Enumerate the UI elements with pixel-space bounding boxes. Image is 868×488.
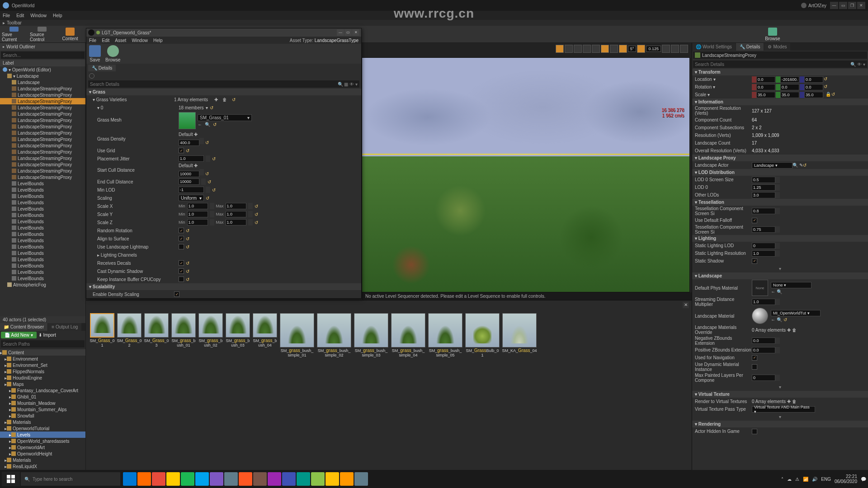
menu-file[interactable]: File: [3, 13, 10, 18]
category-header[interactable]: ▾ Rendering: [692, 421, 868, 427]
fmenu-window[interactable]: Window: [132, 38, 148, 43]
source-control-button[interactable]: Source Control: [30, 27, 54, 42]
start-cull-input[interactable]: [179, 171, 199, 177]
taskbar-app-icon[interactable]: [297, 472, 310, 486]
folder-row[interactable]: ▸OpenworldArt: [0, 444, 85, 450]
perspective-button[interactable]: [556, 45, 564, 53]
category-header[interactable]: ▾ LOD Distribution: [692, 169, 868, 176]
tree-row[interactable]: ▾ OpenWorld (Editor): [0, 66, 85, 73]
folder-row[interactable]: ▸Environment: [0, 356, 85, 362]
category-header[interactable]: ▾ Landscape: [692, 272, 868, 279]
folder-row[interactable]: ▸OpenWorld_sharedassets: [0, 438, 85, 444]
tree-row[interactable]: LandscapeStreamingProxy: [0, 98, 85, 104]
fmenu-file[interactable]: File: [89, 38, 96, 43]
folder-tree[interactable]: ▸Content▸Environment▸Environment_Set▸Fli…: [0, 348, 85, 488]
tree-row[interactable]: LandscapeStreamingProxy: [0, 104, 85, 111]
align-checkbox[interactable]: ✓: [179, 236, 184, 241]
tree-row[interactable]: LandscapeStreamingProxy: [0, 130, 85, 136]
asset-item[interactable]: SM_grass_bush_04: [252, 313, 278, 478]
taskbar-app-icon[interactable]: [311, 472, 325, 486]
asset-item[interactable]: SM_Grass_01: [90, 313, 115, 478]
tree-row[interactable]: LevelBounds: [0, 187, 85, 193]
tray-lang[interactable]: ENG: [821, 477, 831, 482]
snap-scale[interactable]: 0.125: [646, 46, 661, 52]
folder-row[interactable]: ▸Mountain_Summer_Alps: [0, 406, 85, 413]
lock-icon[interactable]: [89, 73, 94, 79]
asset-item[interactable]: SM_GrassBulb_01: [465, 313, 500, 478]
tree-row[interactable]: ▾ Landscape: [0, 73, 85, 79]
vt-btn-7[interactable]: [610, 45, 618, 53]
outliner-search[interactable]: Search...: [1, 52, 85, 59]
vt-btn-2[interactable]: [565, 45, 573, 53]
category-header[interactable]: ▾ Information: [692, 99, 868, 105]
vt-btn-6[interactable]: [601, 45, 609, 53]
asset-item[interactable]: SM_grass_bush_simple_01: [279, 313, 315, 478]
folder-row[interactable]: ▸OpenworldTutorial: [0, 425, 85, 432]
tree-row[interactable]: LevelBounds: [0, 199, 85, 206]
tree-row[interactable]: LandscapeStreamingProxy: [0, 85, 85, 92]
vt-btn-5[interactable]: [592, 45, 600, 53]
maximize-viewport[interactable]: [680, 45, 688, 53]
taskbar-app-icon[interactable]: [282, 472, 296, 486]
snap-toggle[interactable]: [619, 45, 627, 53]
use-selected-icon[interactable]: ←: [198, 122, 202, 127]
notifications-icon[interactable]: 💬: [861, 477, 866, 482]
world-outliner-tab[interactable]: ▸World Outliner: [0, 43, 85, 51]
jitter-input[interactable]: [179, 155, 204, 162]
element-menu[interactable]: ▾: [206, 105, 208, 110]
tree-row[interactable]: LevelBounds: [0, 206, 85, 212]
tree-row[interactable]: LevelBounds: [0, 263, 85, 269]
vt-btn-4[interactable]: [583, 45, 591, 53]
tree-row[interactable]: LevelBounds: [0, 269, 85, 275]
tray-icon[interactable]: 📶: [803, 477, 808, 482]
folder-row[interactable]: ▸Mountain_Meadow: [0, 400, 85, 406]
camera-speed[interactable]: [662, 45, 670, 53]
asset-item[interactable]: SM_Grass_02: [117, 313, 142, 478]
menu-edit[interactable]: Edit: [16, 13, 24, 18]
vt-btn-3[interactable]: [574, 45, 582, 53]
start-button[interactable]: [2, 472, 20, 486]
world-settings-tab[interactable]: 🌐 World Settings: [692, 43, 736, 51]
folder-row[interactable]: ▸Environment_Set: [0, 362, 85, 368]
asset-item[interactable]: SM_grass_bush_simple_04: [391, 313, 426, 478]
reset-icon[interactable]: ↺: [232, 97, 236, 102]
reset-icon[interactable]: ↺: [205, 140, 209, 145]
modes-tab[interactable]: ⚙ Modes: [764, 43, 790, 51]
float-save-button[interactable]: Save: [89, 45, 101, 62]
asset-item[interactable]: SM_KA_Grass_04: [502, 313, 537, 478]
tree-row[interactable]: LevelBounds: [0, 237, 85, 244]
taskbar-app-icon[interactable]: [181, 472, 194, 486]
maximize-button[interactable]: ▭: [839, 2, 847, 9]
add-new-button[interactable]: 📄 Add New ▾: [1, 332, 37, 338]
density-scaling-checkbox[interactable]: ✓: [174, 291, 179, 297]
grass-category[interactable]: ▾ Grass: [86, 89, 361, 95]
taskbar-app-icon[interactable]: [354, 472, 368, 486]
float-browse-button[interactable]: Browse: [105, 45, 120, 62]
close-asset-panel[interactable]: ✕: [683, 302, 689, 308]
min-lod-input[interactable]: [179, 187, 204, 193]
taskbar-app-icon[interactable]: [239, 472, 252, 486]
float-search[interactable]: Search Details🔍 ▦ 👁 ▾: [88, 80, 359, 88]
vt-btn-last1[interactable]: [671, 45, 679, 53]
folder-row[interactable]: ▸Ghibli_01: [0, 394, 85, 400]
decals-checkbox[interactable]: ✓: [179, 260, 184, 266]
taskbar-app-icon[interactable]: [166, 472, 180, 486]
taskbar-app-icon[interactable]: [326, 472, 339, 486]
scalability-category[interactable]: ▾ Scalability: [86, 283, 361, 290]
scale-snap[interactable]: [637, 45, 645, 53]
tree-row[interactable]: AtmosphericFog: [0, 282, 85, 288]
taskbar-app-icon[interactable]: [152, 472, 165, 486]
taskbar-app-icon[interactable]: [253, 472, 267, 486]
folder-row[interactable]: ▸Content: [0, 349, 85, 356]
tree-row[interactable]: LandscapeStreamingProxy: [0, 111, 85, 117]
category-header[interactable]: ▾ Landscape Proxy: [692, 155, 868, 161]
asset-item[interactable]: SM_grass_bush_simple_05: [428, 313, 463, 478]
category-header[interactable]: ▾ Virtual Texture: [692, 391, 868, 398]
folder-row[interactable]: ▸OpenworldHeight: [0, 450, 85, 457]
content-button[interactable]: Content: [58, 27, 82, 42]
tree-row[interactable]: LandscapeStreamingProxy: [0, 149, 85, 155]
reset-icon[interactable]: ↺: [213, 122, 217, 127]
taskbar-app-icon[interactable]: [123, 472, 137, 486]
scaley-min[interactable]: [187, 211, 208, 217]
tray-icon[interactable]: ☁: [787, 477, 792, 482]
